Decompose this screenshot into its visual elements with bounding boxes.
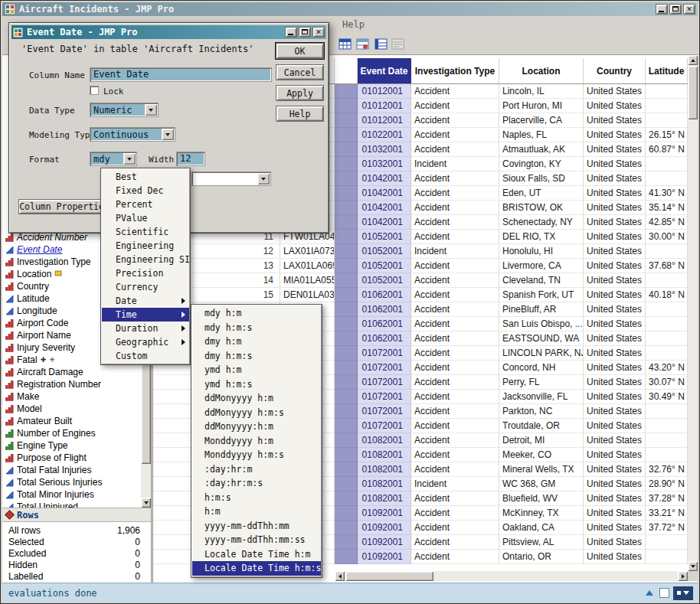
lat-cell[interactable]: 42.85° N <box>646 215 688 230</box>
table-row[interactable]: 15DEN01LA03901062001AccidentSpanish Fork… <box>153 288 688 302</box>
status-square-icon[interactable] <box>659 588 669 598</box>
country-cell[interactable]: United States <box>584 157 646 171</box>
type-cell[interactable]: Accident <box>411 462 499 477</box>
country-cell[interactable]: United States <box>584 288 646 302</box>
type-cell[interactable]: Incident <box>411 157 499 171</box>
row-state-cell[interactable] <box>335 506 358 521</box>
sidebar-column-total-uninjured[interactable]: Total Uninjured <box>2 501 141 508</box>
menu-item-yyyy-mm-ddthh-mm[interactable]: yyyy-mm-ddThh:mm <box>192 519 321 534</box>
table-row[interactable]: 12LAX01IA07301052001IncidentHonolulu, HI… <box>153 244 688 259</box>
menu-item-dmy-h-m[interactable]: dmy h:m <box>192 335 321 349</box>
scroll-down-icon[interactable] <box>688 561 698 571</box>
date-cell[interactable]: 01072001 <box>358 346 411 361</box>
row-state-cell[interactable] <box>335 477 358 491</box>
lat-cell[interactable]: 33.21° N <box>646 506 688 521</box>
row-state-cell[interactable] <box>335 84 358 99</box>
date-cell[interactable]: 01082001 <box>358 477 411 491</box>
chevron-down-icon[interactable] <box>145 104 157 116</box>
lat-cell[interactable] <box>646 433 688 448</box>
column-header-location[interactable]: Location <box>499 58 584 83</box>
row-state-cell[interactable] <box>335 419 358 433</box>
lat-cell[interactable] <box>646 171 688 186</box>
sidebar-column-make[interactable]: Make <box>2 390 141 403</box>
menu-help[interactable]: Help <box>339 18 368 31</box>
date-cell[interactable]: 01092001 <box>358 521 411 535</box>
maximize-button[interactable] <box>669 4 682 15</box>
column-header-latitude[interactable]: Latitude <box>646 58 688 83</box>
country-cell[interactable]: United States <box>584 302 646 317</box>
country-cell[interactable]: United States <box>584 84 646 99</box>
menu-item-duration[interactable]: Duration <box>102 322 189 335</box>
menu-item-ymd-h-m-s[interactable]: ymd h:m:s <box>192 377 321 392</box>
table-row[interactable]: 14MIA01LA05501052001AccidentCleveland, T… <box>153 273 688 288</box>
loc-cell[interactable]: WC 368, GM <box>499 477 584 491</box>
menu-item-custom[interactable]: Custom <box>102 349 189 363</box>
sidebar-column-total-minor-injuries[interactable]: Total Minor Injuries <box>2 488 141 501</box>
country-cell[interactable]: United States <box>584 404 646 419</box>
lat-cell[interactable] <box>646 535 688 550</box>
date-cell[interactable]: 01012001 <box>358 99 411 113</box>
date-cell[interactable]: 01032001 <box>358 157 411 171</box>
grid-horizontal-scrollbar[interactable] <box>335 571 688 581</box>
date-cell[interactable]: 01062001 <box>358 302 411 317</box>
row-state-cell[interactable] <box>335 331 358 346</box>
date-cell[interactable]: 01082001 <box>358 462 411 477</box>
type-cell[interactable]: Accident <box>411 419 499 433</box>
country-cell[interactable]: United States <box>584 317 646 331</box>
date-cell[interactable]: 01072001 <box>358 404 411 419</box>
sidebar-column-model[interactable]: Model <box>2 403 141 415</box>
date-cell[interactable]: 01062001 <box>358 331 411 346</box>
country-cell[interactable]: United States <box>584 99 646 113</box>
menu-item-time[interactable]: Time <box>102 308 189 322</box>
type-cell[interactable]: Accident <box>411 361 499 375</box>
grid-vertical-scrollbar[interactable] <box>688 55 698 571</box>
journal-icon[interactable] <box>373 36 388 51</box>
sidebar-column-amateur-built[interactable]: Amateur Built <box>2 415 141 427</box>
date-cell[interactable]: 01082001 <box>358 433 411 448</box>
date-cell[interactable]: 01072001 <box>358 361 411 375</box>
close-button[interactable]: ✕ <box>683 4 695 15</box>
menu-item-fixed-dec[interactable]: Fixed Dec <box>102 184 189 198</box>
country-cell[interactable]: United States <box>584 244 646 259</box>
type-cell[interactable]: Accident <box>411 142 499 157</box>
sidebar-column-purpose-of-flight[interactable]: Purpose of Flight <box>2 452 141 464</box>
country-cell[interactable]: United States <box>584 477 646 491</box>
modeling-type-combobox[interactable]: Continuous <box>90 127 175 142</box>
loc-cell[interactable]: Atmautluak, AK <box>499 142 584 157</box>
row-state-cell[interactable] <box>335 171 358 186</box>
lat-cell[interactable]: 43.20° N <box>646 361 688 375</box>
column-properties-button[interactable]: Column Properties <box>18 199 110 214</box>
country-cell[interactable]: United States <box>584 259 646 273</box>
scroll-to-top-icon[interactable] <box>643 587 656 599</box>
scroll-left-icon[interactable] <box>335 571 345 581</box>
lat-cell[interactable]: 30.00° N <box>646 230 688 244</box>
country-cell[interactable]: United States <box>584 550 646 564</box>
type-cell[interactable]: Incident <box>411 244 499 259</box>
help-button[interactable]: Help <box>276 106 324 122</box>
loc-cell[interactable]: EASTSOUND, WA <box>499 331 584 346</box>
country-cell[interactable]: United States <box>584 448 646 462</box>
loc-cell[interactable]: BRISTOW, OK <box>499 201 584 215</box>
lat-cell[interactable]: 32.76° N <box>646 462 688 477</box>
sidebar-column-number-of-engines[interactable]: Number of Engines <box>2 427 141 439</box>
acc-cell[interactable]: LAX01IA073 <box>280 244 335 259</box>
country-cell[interactable]: United States <box>584 433 646 448</box>
date-cell[interactable]: 01072001 <box>358 375 411 390</box>
country-cell[interactable]: United States <box>584 521 646 535</box>
menu-item-geographic[interactable]: Geographic <box>102 335 189 349</box>
country-cell[interactable]: United States <box>584 142 646 157</box>
country-cell[interactable]: United States <box>584 375 646 390</box>
type-cell[interactable]: Accident <box>411 201 499 215</box>
country-cell[interactable]: United States <box>584 113 646 128</box>
type-cell[interactable]: Accident <box>411 390 499 404</box>
loc-cell[interactable]: Placerville, CA <box>499 113 584 128</box>
column-header-country[interactable]: Country <box>584 58 646 83</box>
menu-item-ddmonyyyy-h-m-s[interactable]: ddMonyyyy h:m:s <box>192 406 321 420</box>
date-cell[interactable]: 01052001 <box>358 230 411 244</box>
date-cell[interactable]: 01072001 <box>358 390 411 404</box>
sidebar-column-registration-number[interactable]: Registration Number <box>2 378 141 390</box>
menu-item-locale-date-time-h-m-s[interactable]: Locale Date Time h:m:s <box>192 561 321 576</box>
date-cell[interactable]: 01052001 <box>358 273 411 288</box>
row-state-cell[interactable] <box>335 142 358 157</box>
loc-cell[interactable]: Lincoln, IL <box>499 84 584 99</box>
